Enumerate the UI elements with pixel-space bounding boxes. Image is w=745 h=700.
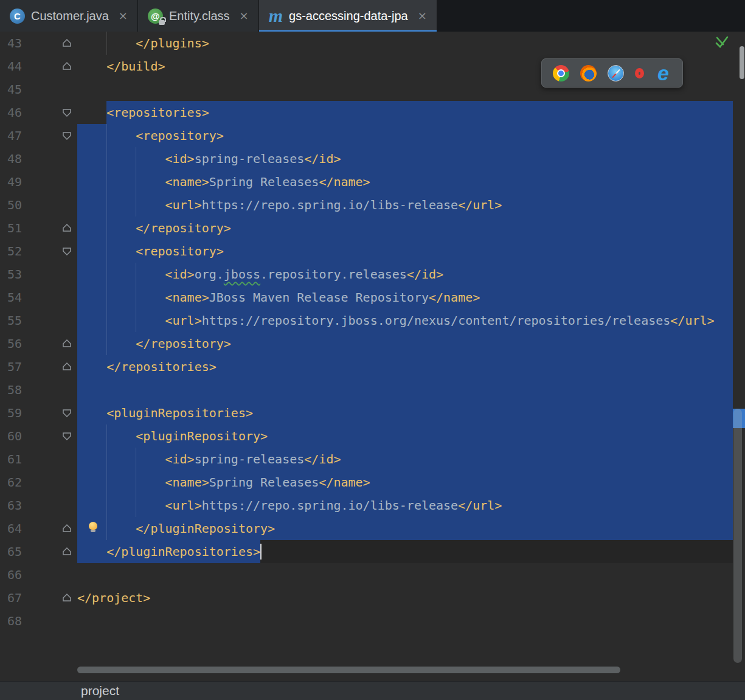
code-line-51[interactable]: </repository> bbox=[77, 217, 733, 240]
stripe-mini-thumb[interactable] bbox=[740, 46, 744, 79]
firefox-browser-icon[interactable] bbox=[580, 65, 597, 81]
fold-marker-icon[interactable] bbox=[61, 107, 72, 118]
code-line-49[interactable]: <name>Spring Releases</name> bbox=[77, 170, 733, 193]
gutter-line-45: 45 bbox=[0, 78, 77, 101]
gutter-line-55: 55 bbox=[0, 309, 77, 332]
code-line-53[interactable]: <id>org.jboss.repository.releases</id> bbox=[77, 263, 733, 286]
opera-browser-icon[interactable] bbox=[635, 68, 644, 78]
code-line-60[interactable]: <pluginRepository> bbox=[77, 425, 733, 448]
horizontal-scrollbar-thumb[interactable] bbox=[77, 667, 620, 673]
code-line-61[interactable]: <id>spring-releases</id> bbox=[77, 448, 733, 471]
code-line-59[interactable]: <pluginRepositories> bbox=[77, 401, 733, 425]
fold-marker-icon[interactable] bbox=[61, 431, 72, 442]
fold-marker-icon[interactable] bbox=[61, 246, 72, 257]
code-line-52[interactable]: <repository> bbox=[77, 240, 733, 263]
code-line-43[interactable]: </plugins> bbox=[77, 32, 733, 55]
indent-guide bbox=[106, 124, 107, 355]
code-line-46[interactable]: <repositories> bbox=[77, 101, 733, 124]
line-number: 55 bbox=[7, 309, 22, 332]
line-number: 49 bbox=[7, 170, 22, 193]
line-number: 60 bbox=[7, 425, 22, 448]
code-line-55[interactable]: <url>https://repository.jboss.org/nexus/… bbox=[77, 309, 733, 332]
tab-close-icon[interactable]: × bbox=[240, 10, 249, 21]
code-line-57[interactable]: </repositories> bbox=[77, 355, 733, 378]
code-line-50[interactable]: <url>https://repo.spring.io/libs-release… bbox=[77, 193, 733, 217]
internet-explorer-browser-icon[interactable]: e bbox=[655, 65, 671, 81]
line-number: 63 bbox=[7, 494, 22, 517]
code-line-66[interactable] bbox=[77, 563, 733, 586]
safari-browser-icon[interactable] bbox=[608, 65, 624, 81]
editor-area: 4344454647484950515253545556575859606162… bbox=[0, 32, 745, 681]
fold-marker-icon[interactable] bbox=[61, 546, 72, 557]
line-number: 65 bbox=[7, 540, 22, 563]
gutter-line-50: 50 bbox=[0, 193, 77, 217]
gutter-line-52: 52 bbox=[0, 240, 77, 263]
fold-marker-icon[interactable] bbox=[61, 38, 72, 49]
maven-icon: m bbox=[269, 7, 283, 25]
line-number: 43 bbox=[7, 32, 22, 55]
code-line-58[interactable] bbox=[77, 378, 733, 401]
tab-close-icon[interactable]: × bbox=[418, 10, 427, 21]
line-number: 54 bbox=[7, 286, 22, 309]
indent-guide bbox=[106, 425, 107, 540]
fold-marker-icon[interactable] bbox=[61, 61, 72, 72]
fold-marker-icon[interactable] bbox=[61, 407, 72, 418]
tab-title: gs-accessing-data-jpa bbox=[289, 9, 408, 23]
line-number: 44 bbox=[7, 55, 22, 78]
indent-guide bbox=[106, 32, 107, 55]
code-line-54[interactable]: <name>JBoss Maven Release Repository</na… bbox=[77, 286, 733, 309]
line-number: 67 bbox=[7, 586, 22, 609]
fold-marker-icon[interactable] bbox=[61, 361, 72, 372]
gutter-line-47: 47 bbox=[0, 124, 77, 147]
gutter-line-58: 58 bbox=[0, 378, 77, 401]
fold-marker-icon[interactable] bbox=[61, 523, 72, 534]
line-number: 59 bbox=[7, 401, 22, 425]
intellij-window: CCustomer.java×@Entity.class×mgs-accessi… bbox=[0, 0, 745, 700]
gutter-line-48: 48 bbox=[0, 147, 77, 170]
gutter-line-43: 43 bbox=[0, 32, 77, 55]
chrome-browser-icon[interactable] bbox=[553, 65, 569, 81]
line-number: 45 bbox=[7, 78, 22, 101]
line-number: 46 bbox=[7, 101, 22, 124]
line-number: 61 bbox=[7, 448, 22, 471]
code-line-67[interactable]: </project> bbox=[77, 586, 733, 609]
tab-close-icon[interactable]: × bbox=[119, 10, 128, 21]
editor-tab-gs-accessing-data-jpa[interactable]: mgs-accessing-data-jpa× bbox=[259, 0, 437, 32]
code-line-65[interactable]: </pluginRepositories> bbox=[77, 540, 733, 563]
gutter-line-68: 68 bbox=[0, 609, 77, 632]
line-number: 53 bbox=[7, 263, 22, 286]
editor-tab-Customer.java[interactable]: CCustomer.java× bbox=[0, 0, 138, 32]
vertical-scrollbar-thumb[interactable] bbox=[733, 409, 742, 663]
gutter-line-63: 63 bbox=[0, 494, 77, 517]
inspection-status-icon[interactable] bbox=[715, 35, 729, 49]
fold-marker-icon[interactable] bbox=[61, 592, 72, 603]
fold-marker-icon[interactable] bbox=[61, 130, 72, 141]
breadcrumb-item-project[interactable]: project bbox=[81, 684, 119, 698]
java-class-icon: C bbox=[10, 9, 25, 24]
gutter-line-61: 61 bbox=[0, 448, 77, 471]
editor-tab-Entity.class[interactable]: @Entity.class× bbox=[138, 0, 259, 32]
open-in-browser-popup: e bbox=[541, 58, 683, 88]
gutter-line-66: 66 bbox=[0, 563, 77, 586]
line-number: 64 bbox=[7, 517, 22, 540]
code-line-47[interactable]: <repository> bbox=[77, 124, 733, 147]
code-area[interactable]: </plugins> </build> <repositories> <repo… bbox=[77, 32, 733, 632]
editor-tab-bar: CCustomer.java×@Entity.class×mgs-accessi… bbox=[0, 0, 745, 32]
code-line-48[interactable]: <id>spring-releases</id> bbox=[77, 147, 733, 170]
fold-marker-icon[interactable] bbox=[61, 223, 72, 234]
code-line-56[interactable]: </repository> bbox=[77, 332, 733, 355]
code-line-68[interactable] bbox=[77, 609, 733, 632]
line-number: 66 bbox=[7, 563, 22, 586]
gutter-line-65: 65 bbox=[0, 540, 77, 563]
code-line-62[interactable]: <name>Spring Releases</name> bbox=[77, 471, 733, 494]
gutter-line-51: 51 bbox=[0, 217, 77, 240]
line-number: 62 bbox=[7, 471, 22, 494]
fold-marker-icon[interactable] bbox=[61, 338, 72, 349]
gutter-line-59: 59 bbox=[0, 401, 77, 425]
line-number: 48 bbox=[7, 147, 22, 170]
line-number: 68 bbox=[7, 609, 22, 632]
code-line-63[interactable]: <url>https://repo.spring.io/libs-release… bbox=[77, 494, 733, 517]
line-number: 50 bbox=[7, 193, 22, 217]
gutter-line-53: 53 bbox=[0, 263, 77, 286]
code-line-64[interactable]: </pluginRepository> bbox=[77, 517, 733, 540]
